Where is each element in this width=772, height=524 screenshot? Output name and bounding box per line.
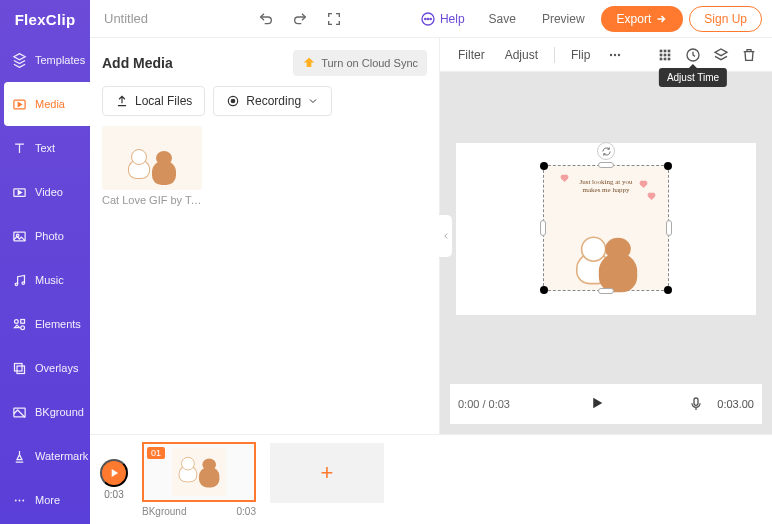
recording-label: Recording — [246, 94, 301, 108]
undo-icon — [258, 11, 274, 27]
filter-button[interactable]: Filter — [450, 44, 493, 66]
svg-point-12 — [15, 499, 17, 501]
templates-icon — [12, 53, 27, 68]
sidebar-item-overlays[interactable]: Overlays — [0, 346, 90, 390]
save-button[interactable]: Save — [479, 6, 526, 32]
topbar: Help Save Preview Export Sign Up — [90, 0, 772, 38]
svg-point-22 — [614, 53, 616, 55]
fullscreen-button[interactable] — [320, 7, 348, 31]
sidebar-item-text[interactable]: Text — [0, 126, 90, 170]
svg-rect-30 — [660, 57, 663, 60]
play-button[interactable] — [588, 394, 606, 415]
redo-button[interactable] — [286, 7, 314, 31]
signup-button[interactable]: Sign Up — [689, 6, 762, 32]
resize-handle-top[interactable] — [598, 162, 614, 168]
sidebar-item-label: Video — [35, 186, 63, 198]
flip-button[interactable]: Flip — [563, 44, 598, 66]
adjust-time-button[interactable]: Adjust Time — [680, 42, 706, 68]
project-title-input[interactable] — [100, 7, 210, 30]
resize-handle-left[interactable] — [540, 220, 546, 236]
sidebar-item-media[interactable]: Media — [4, 82, 90, 126]
export-label: Export — [617, 12, 652, 26]
svg-rect-31 — [664, 57, 667, 60]
sidebar-item-bkground[interactable]: BKground — [0, 390, 90, 434]
sidebar-item-music[interactable]: Music — [0, 258, 90, 302]
selection-box[interactable]: Just looking at you makes me happy — [543, 165, 669, 291]
mic-icon — [688, 396, 704, 412]
svg-point-21 — [610, 53, 612, 55]
layers-button[interactable] — [708, 42, 734, 68]
export-button[interactable]: Export — [601, 6, 684, 32]
resize-handle-right[interactable] — [666, 220, 672, 236]
arrow-right-icon — [655, 13, 667, 25]
local-files-label: Local Files — [135, 94, 192, 108]
watermark-icon — [12, 449, 27, 464]
svg-point-20 — [232, 99, 236, 103]
help-button[interactable]: Help — [412, 7, 473, 31]
delete-button[interactable] — [736, 42, 762, 68]
media-caption: Cat Love GIF by Tonton ... — [102, 194, 202, 206]
sidebar-item-more[interactable]: More — [0, 478, 90, 522]
resize-handle-bottom[interactable] — [598, 288, 614, 294]
resize-handle-tr[interactable] — [664, 162, 672, 170]
local-files-button[interactable]: Local Files — [102, 86, 205, 116]
resize-handle-bl[interactable] — [540, 286, 548, 294]
sidebar-item-label: Watermark — [35, 450, 88, 462]
add-clip-button[interactable]: + — [270, 443, 384, 503]
music-icon — [12, 273, 27, 288]
chevron-down-icon — [307, 95, 319, 107]
preview-button[interactable]: Preview — [532, 6, 595, 32]
cloud-sync-button[interactable]: Turn on Cloud Sync — [293, 50, 427, 76]
sidebar-item-label: Media — [35, 98, 65, 110]
canvas[interactable]: Just looking at you makes me happy — [456, 143, 756, 315]
sidebar-item-watermark[interactable]: Watermark — [0, 434, 90, 478]
timeline-play-button[interactable] — [100, 459, 128, 487]
image-text-2: makes me happy — [582, 186, 629, 194]
dots-icon — [607, 47, 623, 63]
sidebar-item-label: Photo — [35, 230, 64, 242]
sidebar-item-label: Overlays — [35, 362, 78, 374]
sidebar-item-video[interactable]: Video — [0, 170, 90, 214]
stage-area: Filter Adjust Flip Adjust Time — [440, 38, 772, 434]
clip-thumbnail — [172, 448, 226, 496]
media-icon — [12, 97, 27, 112]
clip-label: BKground — [142, 506, 186, 517]
tooltip: Adjust Time — [659, 68, 727, 87]
sidebar-item-photo[interactable]: Photo — [0, 214, 90, 258]
undo-button[interactable] — [252, 7, 280, 31]
sidebar-item-elements[interactable]: Elements — [0, 302, 90, 346]
cloud-icon — [302, 56, 316, 70]
photo-icon — [12, 229, 27, 244]
svg-point-5 — [22, 281, 25, 284]
playbar: 0:00 / 0:03 0:03.00 — [450, 384, 762, 424]
svg-rect-32 — [668, 57, 671, 60]
grid-icon — [657, 47, 673, 63]
play-icon — [107, 466, 121, 480]
sidebar-item-label: Text — [35, 142, 55, 154]
sidebar: FlexClip Templates Media Text Video Phot… — [0, 0, 90, 524]
elements-icon — [12, 317, 27, 332]
recording-button[interactable]: Recording — [213, 86, 332, 116]
rotate-handle[interactable] — [597, 142, 615, 160]
media-item[interactable]: Cat Love GIF by Tonton ... — [102, 126, 202, 206]
sidebar-item-label: Templates — [35, 54, 85, 66]
clip-badge: 01 — [147, 447, 165, 459]
media-panel: Add Media Turn on Cloud Sync Local Files… — [90, 38, 440, 434]
svg-point-4 — [15, 283, 18, 286]
media-thumbnail — [102, 126, 202, 190]
more-options-button[interactable] — [602, 42, 628, 68]
resize-handle-br[interactable] — [664, 286, 672, 294]
collapse-panel-button[interactable] — [439, 214, 453, 258]
trash-icon — [741, 47, 757, 63]
sidebar-item-templates[interactable]: Templates — [0, 38, 90, 82]
overlays-icon — [12, 361, 27, 376]
grid-button[interactable] — [652, 42, 678, 68]
mic-button[interactable] — [683, 391, 709, 417]
divider — [554, 47, 555, 63]
resize-handle-tl[interactable] — [540, 162, 548, 170]
timeline-clip[interactable]: 01 — [142, 442, 256, 502]
adjust-button[interactable]: Adjust — [497, 44, 546, 66]
svg-rect-10 — [17, 366, 25, 374]
chevron-left-icon — [441, 231, 451, 241]
sidebar-item-label: Music — [35, 274, 64, 286]
